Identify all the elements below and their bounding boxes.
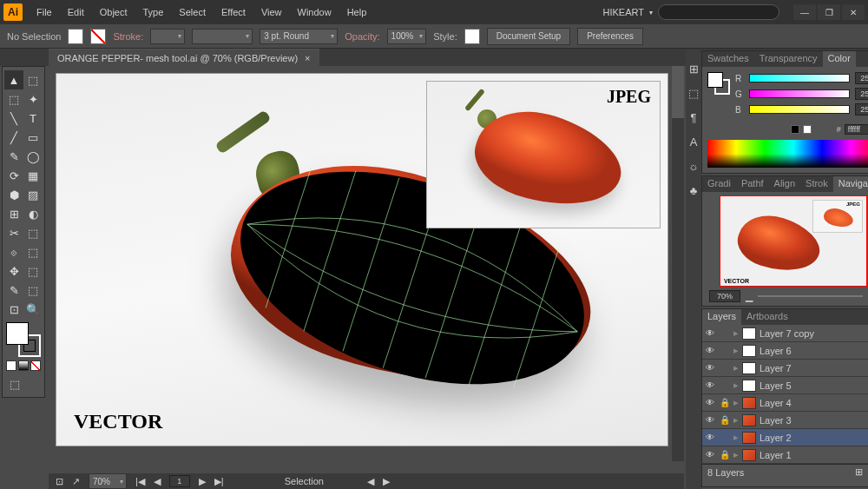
direct-selection-tool[interactable]: ⬚ xyxy=(23,70,43,89)
artboard-prev-icon[interactable]: ◀ xyxy=(154,476,161,487)
menu-select[interactable]: Select xyxy=(172,3,213,21)
new-layer-icon[interactable]: ⊞ xyxy=(855,466,863,478)
pen-tool[interactable]: ╲ xyxy=(4,109,23,128)
none-mode-icon[interactable] xyxy=(30,360,41,371)
color-mode-icon[interactable] xyxy=(6,360,16,371)
visibility-toggle-icon[interactable]: 👁 xyxy=(706,328,716,338)
artboard-prev-icon[interactable]: |◀ xyxy=(135,476,145,487)
layer-row[interactable]: 👁▸Layer 5○ xyxy=(702,377,868,394)
visibility-toggle-icon[interactable]: 👁 xyxy=(706,433,716,442)
status-scroll-right-icon[interactable]: ▶ xyxy=(383,476,390,487)
tab-transparency[interactable]: Transparency xyxy=(754,51,823,67)
hand-tool[interactable]: ⊡ xyxy=(4,300,23,319)
layer-row[interactable]: 👁🔒▸Layer 3○ xyxy=(702,412,868,429)
menu-type[interactable]: Type xyxy=(136,3,171,21)
opacity-dropdown[interactable]: 100% xyxy=(387,29,427,44)
status-icon[interactable]: ⊡ xyxy=(56,476,63,487)
scale-tool[interactable]: ▦ xyxy=(23,166,43,185)
color-spectrum[interactable] xyxy=(707,140,868,168)
mesh-tool[interactable]: ✂ xyxy=(4,223,23,242)
menu-edit[interactable]: Edit xyxy=(61,3,91,21)
visibility-toggle-icon[interactable]: 👁 xyxy=(706,398,716,407)
layer-row[interactable]: 👁▸Layer 6○ xyxy=(702,342,868,360)
red-value[interactable]: 255 xyxy=(855,72,868,84)
width-tool[interactable]: ⬢ xyxy=(4,185,23,204)
zoom-tool[interactable]: 🔍 xyxy=(23,300,43,319)
symbol-sprayer-tool[interactable]: ✥ xyxy=(4,261,23,281)
fill-stroke-control[interactable] xyxy=(6,322,41,357)
canvas[interactable]: JPEG VECTOR xyxy=(56,73,668,446)
rectangle-tool[interactable]: ▭ xyxy=(23,128,43,147)
document-setup-button[interactable]: Document Setup xyxy=(487,28,571,45)
menu-file[interactable]: File xyxy=(30,3,59,21)
line-tool[interactable]: ╱ xyxy=(4,128,23,147)
tab-align[interactable]: Align xyxy=(769,176,800,192)
pencil-tool[interactable]: ◯ xyxy=(23,147,43,166)
graph-tool[interactable]: ⬚ xyxy=(23,261,43,281)
document-tab[interactable]: ORANGE PEPPER- mesh tool.ai @ 70% (RGB/P… xyxy=(49,49,319,66)
lock-toggle-icon[interactable]: 🔒 xyxy=(720,398,730,407)
dock-type-icon[interactable]: A xyxy=(686,134,701,149)
artboard-next-icon[interactable]: ▶| xyxy=(214,476,224,487)
stroke-profile-dropdown[interactable]: 3 pt. Round xyxy=(260,29,338,44)
paintbrush-tool[interactable]: ✎ xyxy=(4,147,23,166)
rotate-tool[interactable]: ⟳ xyxy=(4,166,23,185)
search-input[interactable] xyxy=(658,4,779,20)
tab-artboards[interactable]: Artboards xyxy=(741,309,793,325)
menu-view[interactable]: View xyxy=(254,3,289,21)
zoom-out-icon[interactable]: ▁ xyxy=(746,291,753,302)
layer-row[interactable]: 👁▸Layer 7○ xyxy=(702,360,868,377)
visibility-toggle-icon[interactable]: 👁 xyxy=(706,363,716,373)
green-slider[interactable] xyxy=(749,89,850,98)
brush-dropdown[interactable] xyxy=(192,29,253,44)
blue-value[interactable]: 255 xyxy=(855,103,868,116)
window-close-button[interactable]: ✕ xyxy=(842,4,865,20)
artboard-tool[interactable]: ✎ xyxy=(4,281,23,300)
navigator-zoom-field[interactable]: 70% xyxy=(709,290,740,302)
navigator-thumbnail[interactable]: JPEG VECTOR xyxy=(720,195,867,287)
menu-object[interactable]: Object xyxy=(93,3,135,21)
lasso-tool[interactable]: ✦ xyxy=(23,89,43,109)
menu-help[interactable]: Help xyxy=(340,3,374,21)
perspective-tool[interactable]: ◐ xyxy=(23,204,43,223)
green-value[interactable]: 255 xyxy=(855,88,868,100)
visibility-toggle-icon[interactable]: 👁 xyxy=(706,450,716,459)
tab-navigator[interactable]: Navigator xyxy=(833,176,868,192)
visibility-toggle-icon[interactable]: 👁 xyxy=(706,380,716,390)
tab-color[interactable]: Color xyxy=(823,51,856,67)
tab-stroke[interactable]: Strok xyxy=(800,176,833,192)
stroke-swatch[interactable] xyxy=(90,29,106,44)
blend-tool[interactable]: ⬚ xyxy=(23,242,43,261)
magic-wand-tool[interactable]: ⬚ xyxy=(4,89,23,109)
vertical-scrollbar[interactable] xyxy=(672,66,684,461)
tab-gradient[interactable]: Gradi xyxy=(702,176,736,192)
zoom-slider[interactable] xyxy=(758,295,863,297)
menu-window[interactable]: Window xyxy=(291,3,339,21)
fill-color-icon[interactable] xyxy=(6,322,29,345)
workspace-switcher[interactable]: HIKEART xyxy=(603,7,644,17)
menu-effect[interactable]: Effect xyxy=(214,3,253,21)
window-minimize-button[interactable]: — xyxy=(793,4,816,20)
black-swatch-icon[interactable] xyxy=(791,125,799,134)
layer-row[interactable]: 👁🔒▸Layer 4○ xyxy=(702,394,868,412)
dock-icon[interactable]: ⬚ xyxy=(686,85,701,101)
dock-icon[interactable]: ⊞ xyxy=(686,61,701,76)
gradient-mode-icon[interactable] xyxy=(18,360,29,371)
dock-appearance-icon[interactable]: ☼ xyxy=(686,158,701,174)
dock-symbols-icon[interactable]: ♣ xyxy=(686,182,701,198)
red-slider[interactable] xyxy=(749,74,850,83)
status-icon[interactable]: ↗ xyxy=(72,476,80,487)
style-swatch[interactable] xyxy=(464,29,480,44)
tab-pathfinder[interactable]: Pathf xyxy=(736,176,769,192)
tab-swatches[interactable]: Swatches xyxy=(702,51,754,67)
layer-row[interactable]: 👁🔒▸Layer 1○ xyxy=(702,446,868,464)
layer-row[interactable]: 👁▸Layer 2○ xyxy=(702,429,868,446)
status-zoom-dropdown[interactable]: 70% xyxy=(89,473,127,489)
slice-tool[interactable]: ⬚ xyxy=(23,281,43,300)
visibility-toggle-icon[interactable]: 👁 xyxy=(706,346,716,355)
screen-mode-icon[interactable]: ⬚ xyxy=(4,374,24,393)
preferences-button[interactable]: Preferences xyxy=(577,28,643,45)
artboard-next-icon[interactable]: ▶ xyxy=(199,476,206,487)
status-scroll-left-icon[interactable]: ◀ xyxy=(367,476,374,487)
tab-layers[interactable]: Layers xyxy=(702,309,741,325)
